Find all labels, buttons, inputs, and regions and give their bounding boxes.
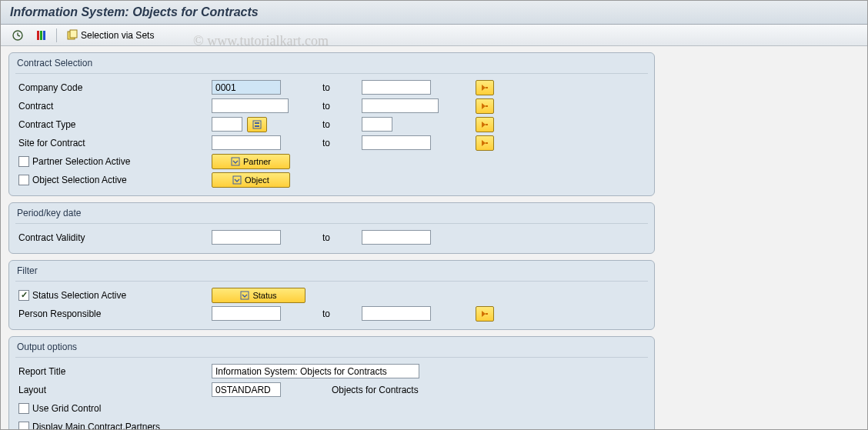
validity-to-input[interactable] (362, 230, 431, 245)
use-grid-checkbox[interactable] (18, 403, 29, 414)
svg-line-2 (18, 35, 20, 36)
report-title-input[interactable] (212, 364, 419, 378)
svg-rect-17 (241, 292, 249, 299)
svg-rect-4 (40, 31, 42, 40)
label-company-code: Company Code (18, 82, 82, 93)
label-status-selection: Status Selection Active (32, 290, 126, 301)
label-display-main-partners: Display Main Contract.Partners (32, 422, 160, 431)
row-site: Site for Contract to (15, 134, 648, 152)
partner-button-label: Partner (243, 157, 271, 166)
row-layout: Layout Objects for Contracts (15, 381, 648, 398)
svg-rect-12 (255, 125, 259, 127)
row-contract: Contract to (15, 97, 648, 115)
validity-from-input[interactable] (212, 230, 281, 245)
group-title-filter: Filter (15, 264, 648, 282)
group-title-period: Period/key date (15, 206, 648, 224)
contract-type-f4-button[interactable] (247, 117, 267, 132)
object-button[interactable]: Object (212, 172, 290, 188)
window-titlebar: Information System: Objects for Contract… (1, 1, 867, 25)
row-status-selection: Status Selection Active Status (15, 286, 648, 304)
execute-button[interactable] (8, 28, 27, 43)
label-contract-type: Contract Type (18, 119, 75, 130)
expand-icon (232, 175, 242, 185)
group-title-contract-selection: Contract Selection (15, 56, 648, 74)
status-selection-checkbox[interactable] (18, 290, 29, 301)
display-main-partners-checkbox[interactable] (18, 422, 29, 431)
svg-rect-15 (232, 158, 239, 165)
contract-type-to-input[interactable] (362, 117, 392, 132)
selection-via-sets-button[interactable]: Selection via Sets (63, 28, 157, 43)
site-to-input[interactable] (362, 135, 431, 150)
selection-via-sets-label: Selection via Sets (81, 30, 154, 41)
svg-rect-7 (70, 30, 77, 38)
svg-rect-14 (486, 142, 488, 144)
contract-from-input[interactable] (212, 98, 289, 113)
layout-input[interactable] (212, 382, 281, 397)
layout-description: Objects for Contracts (332, 385, 419, 395)
person-multi-button[interactable] (476, 306, 494, 322)
sets-icon (66, 29, 78, 42)
row-display-main-partners: Display Main Contract.Partners (15, 418, 648, 430)
svg-rect-13 (486, 124, 488, 125)
company-code-from-input[interactable] (212, 80, 281, 95)
svg-rect-10 (253, 121, 261, 128)
expand-icon (240, 291, 249, 300)
svg-rect-18 (486, 313, 488, 315)
label-contract: Contract (18, 101, 53, 112)
company-code-multi-button[interactable] (476, 80, 494, 95)
label-partner-selection: Partner Selection Active (32, 156, 130, 167)
group-period: Period/key date Contract Validity to (8, 202, 655, 254)
group-contract-selection: Contract Selection Company Code to Contr… (8, 52, 655, 196)
object-button-label: Object (245, 175, 269, 185)
group-output: Output options Report Title Layout Objec… (8, 336, 655, 430)
label-layout: Layout (18, 385, 46, 395)
toolbar-separator (56, 28, 57, 42)
application-toolbar: Selection via Sets (1, 25, 867, 46)
row-object-selection: Object Selection Active Object (15, 171, 648, 188)
site-multi-button[interactable] (476, 135, 494, 151)
to-label: to (322, 232, 330, 243)
person-from-input[interactable] (212, 306, 281, 321)
group-title-output: Output options (15, 340, 648, 358)
to-label: to (322, 308, 330, 319)
search-help-icon (252, 120, 262, 129)
company-code-to-input[interactable] (362, 80, 431, 95)
to-label: to (322, 119, 330, 130)
row-person-responsible: Person Responsible to (15, 305, 648, 322)
label-use-grid: Use Grid Control (32, 403, 101, 414)
to-label: to (322, 101, 330, 112)
label-object-selection: Object Selection Active (32, 175, 127, 185)
window-title: Information System: Objects for Contract… (10, 5, 259, 18)
row-company-code: Company Code to (15, 78, 648, 96)
contract-type-multi-button[interactable] (476, 117, 494, 132)
svg-rect-3 (37, 31, 39, 40)
variants-button[interactable] (32, 28, 50, 43)
svg-rect-8 (486, 87, 488, 88)
label-site: Site for Contract (18, 138, 85, 148)
partner-button[interactable]: Partner (212, 154, 290, 169)
svg-rect-11 (255, 122, 259, 124)
svg-rect-5 (43, 31, 45, 40)
person-to-input[interactable] (362, 306, 431, 321)
contract-multi-button[interactable] (476, 98, 494, 114)
contract-type-from-input[interactable] (212, 117, 242, 132)
svg-rect-9 (486, 105, 488, 107)
status-button-label: Status (252, 291, 276, 300)
expand-icon (231, 157, 240, 166)
label-contract-validity: Contract Validity (18, 232, 85, 243)
label-report-title: Report Title (18, 366, 65, 377)
row-report-title: Report Title (15, 362, 648, 380)
label-person-responsible: Person Responsible (18, 308, 101, 319)
contract-to-input[interactable] (362, 98, 439, 113)
to-label: to (322, 138, 330, 148)
svg-rect-16 (233, 176, 241, 184)
to-label: to (322, 82, 330, 93)
object-selection-checkbox[interactable] (18, 175, 29, 185)
row-partner-selection: Partner Selection Active Partner (15, 152, 648, 170)
variants-icon (35, 29, 47, 42)
status-button[interactable]: Status (212, 288, 305, 303)
row-use-grid: Use Grid Control (15, 399, 648, 417)
partner-selection-checkbox[interactable] (18, 156, 29, 167)
row-contract-validity: Contract Validity to (15, 228, 648, 246)
site-from-input[interactable] (212, 135, 281, 150)
